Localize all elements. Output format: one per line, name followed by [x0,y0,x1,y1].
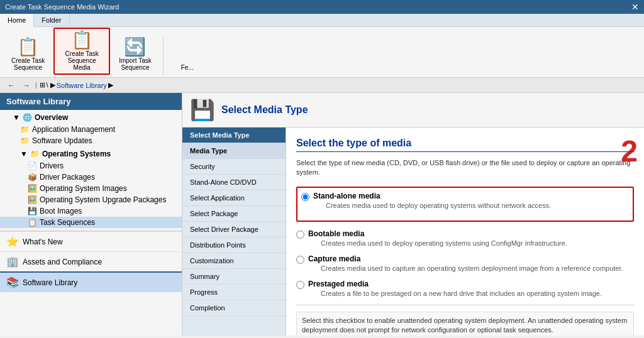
create-task-sequence-label: Create Task Sequence [11,57,45,71]
bootable-media-label[interactable]: Bootable media Creates media used to dep… [296,229,634,247]
software-library-icon: 📚 [6,276,19,288]
boot-images-icon: 💾 [28,207,37,215]
back-button[interactable]: ← [5,80,18,91]
os-label: Operating Systems [42,150,111,158]
overview-triangle-icon: ▼ [13,113,20,122]
assets-label: Assets and Compliance [23,258,102,266]
features-label: Fe... [181,64,194,71]
create-task-sequence-button[interactable]: 📋 Create Task Sequence [5,35,51,75]
wizard-nav-customization[interactable]: Customization [182,253,286,269]
sidebar-item-assets-compliance[interactable]: 🏢 Assets and Compliance [0,251,182,271]
software-library-label: Software Library [23,278,77,287]
prestaged-media-desc: Creates a file to be prestaged on a new … [321,290,602,297]
capture-media-radio[interactable] [296,256,304,264]
os-images-label: Operating System Images [40,184,127,193]
wizard-nav-select-driver-package[interactable]: Select Driver Package [182,222,286,237]
wizard-nav-distribution-points[interactable]: Distribution Points [182,237,286,253]
import-task-sequence-icon: 🔄 [124,38,146,56]
sidebar-item-os-images[interactable]: 🖼️ Operating System Images [0,183,182,194]
os-folder-icon: 📁 [30,150,40,158]
forward-button[interactable]: → [20,80,33,91]
wizard-nav-select-package[interactable]: Select Package [182,206,286,222]
wizard-header: 💾 Select Media Type [182,93,644,128]
tab-folder[interactable]: Folder [34,14,69,26]
breadcrumb-separator1: \ ▶ [47,81,55,89]
sidebar-item-boot-images[interactable]: 💾 Boot Images [0,205,182,217]
breadcrumb-icon: ⊞ [40,81,45,89]
breadcrumb-separator2: ▶ [108,81,113,89]
breadcrumb-software-library[interactable]: Software Library [57,82,107,89]
standalone-media-option-highlighted: Stand-alone media Creates media used to … [296,187,634,222]
standalone-media-title: Stand-alone media [313,192,551,200]
breadcrumb: ⊞ \ ▶ Software Library ▶ [40,81,113,89]
sidebar-item-whats-new[interactable]: ⭐ What's New [0,231,182,251]
sidebar-bottom: ⭐ What's New 🏢 Assets and Compliance 📚 S… [0,231,182,292]
prestaged-media-label[interactable]: Prestaged media Creates a file to be pre… [296,280,634,297]
wizard-nav-media-type: Media Type [182,143,286,159]
bootable-media-radio[interactable] [296,231,304,239]
features-button[interactable]: Fe... [169,59,206,75]
whats-new-icon: ⭐ [6,236,19,248]
standalone-media-radio[interactable] [301,193,309,201]
sidebar-item-driver-packages[interactable]: 📦 Driver Packages [0,172,182,183]
sidebar-item-operating-systems[interactable]: ▼ 📁 Operating Systems [0,148,182,160]
wizard-header-title: Select Media Type [221,104,308,116]
boot-images-label: Boot Images [40,207,82,215]
close-button[interactable]: ✕ [631,2,639,12]
sidebar-item-task-sequences[interactable]: 📋 Task Sequences [0,217,182,228]
wizard-content-description: Select the type of new media (CD, DVD, o… [296,158,634,178]
sidebar-item-drivers[interactable]: 📄 Drivers [0,160,182,172]
capture-media-option: Capture media Creates media used to capt… [296,254,634,272]
wizard-nav-select-media-type[interactable]: Select Media Type [182,128,286,143]
sw-updates-label: Software Updates [32,136,92,145]
sidebar-overview-group: ▼ 🌐 Overview 📁 Application Management 📁 … [0,110,182,231]
capture-media-label[interactable]: Capture media Creates media used to capt… [296,254,634,272]
import-task-sequence-button[interactable]: 🔄 Import Task Sequence [113,35,158,75]
folder-icon-app-mgmt: 📁 [20,125,30,134]
wizard-nav-progress[interactable]: Progress [182,285,286,300]
drivers-icon: 📄 [28,161,37,170]
sidebar: Software Library ▼ 🌐 Overview 📁 Applicat… [0,93,182,335]
wizard-nav-completion[interactable]: Completion [182,300,286,316]
capture-media-title: Capture media [308,254,623,263]
main-layout: Software Library ▼ 🌐 Overview 📁 Applicat… [0,93,644,335]
title-bar: Create Task Sequence Media Wizard ✕ [0,0,644,14]
tab-home[interactable]: Home [0,14,34,27]
sidebar-operating-systems-group: ▼ 📁 Operating Systems 📄 Drivers 📦 Driver… [0,146,182,229]
annotation-number-2: 2 [621,134,638,168]
wizard-nav-stand-alone[interactable]: Stand-Alone CD/DVD [182,175,286,190]
sidebar-item-software-updates[interactable]: 📁 Software Updates [0,135,182,146]
wizard-content: Select the type of media Select the type… [286,128,644,335]
ribbon-content: 📋 Create Task Sequence 📋 Create Task Seq… [0,27,644,77]
task-sequences-label: Task Sequences [40,218,95,227]
sidebar-header: Software Library [0,93,182,110]
os-images-icon: 🖼️ [28,184,37,193]
create-task-sequence-media-icon: 📋 [71,31,93,49]
prestaged-media-radio[interactable] [296,281,304,289]
sidebar-item-overview[interactable]: ▼ 🌐 Overview [0,111,182,124]
bootable-media-title: Bootable media [308,229,567,238]
prestaged-media-option: Prestaged media Creates a file to be pre… [296,280,634,297]
overview-globe-icon: 🌐 [23,113,32,122]
os-upgrade-label: Operating System Upgrade Packages [40,195,166,204]
wizard-nav-security[interactable]: Security [182,159,286,175]
nav-separator: | [35,82,37,89]
import-task-sequence-label: Import Task Sequence [119,57,152,71]
standalone-media-label[interactable]: Stand-alone media Creates media used to … [301,192,629,209]
wizard-nav-summary[interactable]: Summary [182,269,286,285]
unattended-note: Select this checkbox to enable unattende… [296,312,634,335]
wizard-nav-select-application[interactable]: Select Application [182,190,286,206]
driver-packages-label: Driver Packages [40,173,95,182]
create-task-sequence-media-button[interactable]: 📋 Create Task Sequence Media [53,28,110,75]
sidebar-item-software-library[interactable]: 📚 Software Library [0,271,182,292]
sidebar-item-application-management[interactable]: 📁 Application Management [0,124,182,135]
prestaged-media-title: Prestaged media [308,280,602,288]
sidebar-item-os-upgrade-packages[interactable]: 🖼️ Operating System Upgrade Packages [0,194,182,205]
bootable-media-desc: Creates media used to deploy operating s… [321,239,567,247]
app-mgmt-label: Application Management [32,125,115,134]
ribbon-separator [163,37,164,75]
folder-icon-sw-updates: 📁 [20,136,30,145]
drivers-label: Drivers [40,161,64,170]
assets-icon: 🏢 [6,256,19,268]
ribbon-tabs: Home Folder [0,14,644,27]
